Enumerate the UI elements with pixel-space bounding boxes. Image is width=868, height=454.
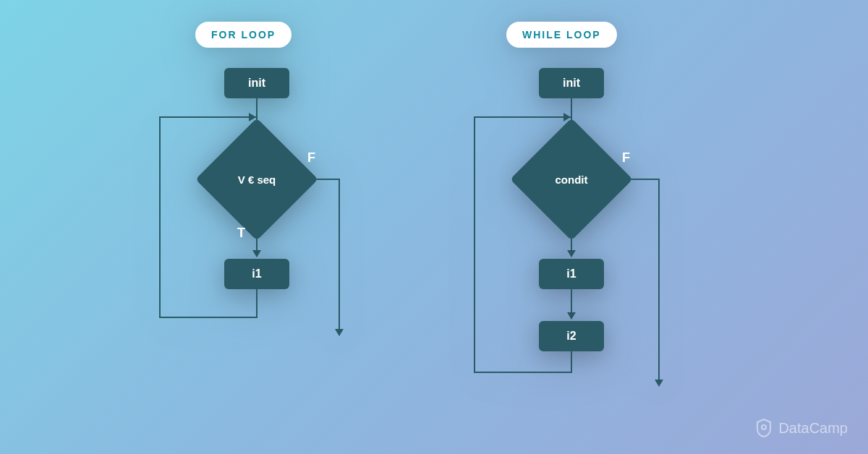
- while-loop-init-node: init: [539, 68, 604, 98]
- true-label: T: [237, 226, 245, 241]
- arrow-segment: [571, 351, 572, 373]
- datacamp-logo: DataCamp: [755, 418, 848, 438]
- while-loop-decision-node: condit: [528, 136, 615, 223]
- false-label: F: [307, 150, 315, 166]
- init-label: init: [248, 77, 265, 90]
- arrow-segment: [571, 223, 572, 252]
- arrow-segment: [474, 116, 475, 373]
- while-loop-body2-node: i2: [539, 321, 604, 351]
- svg-point-0: [762, 425, 766, 429]
- init-label: init: [563, 77, 580, 90]
- arrow-segment: [300, 179, 340, 180]
- arrow-segment: [615, 179, 660, 180]
- for-loop-title: FOR LOOP: [195, 22, 292, 48]
- arrow-segment: [339, 179, 340, 330]
- arrow-segment: [159, 116, 256, 118]
- arrowhead-icon: [567, 250, 576, 257]
- arrow-segment: [256, 289, 258, 318]
- arrow-segment: [571, 289, 572, 314]
- decision-label: condit: [556, 174, 588, 186]
- decision-label: V € seq: [238, 174, 276, 186]
- while-loop-body1-node: i1: [539, 259, 604, 289]
- for-loop-diagram: FOR LOOP init V € seq F T i1: [145, 22, 376, 383]
- body1-label: i1: [566, 267, 576, 280]
- shield-icon: [755, 418, 773, 438]
- arrowhead-icon: [655, 380, 663, 387]
- arrow-segment: [256, 223, 258, 252]
- body-label: i1: [252, 267, 261, 280]
- body2-label: i2: [566, 330, 576, 343]
- for-loop-decision-node: V € seq: [213, 136, 300, 223]
- while-loop-title: WHILE LOOP: [506, 22, 617, 48]
- arrowhead-icon: [335, 329, 344, 336]
- false-label: F: [622, 150, 630, 166]
- arrow-segment: [159, 317, 258, 318]
- for-loop-body-node: i1: [224, 259, 289, 289]
- brand-label: DataCamp: [778, 420, 848, 437]
- arrow-segment: [474, 372, 572, 373]
- for-loop-init-node: init: [224, 68, 289, 98]
- arrow-segment: [658, 179, 660, 381]
- arrowhead-icon: [252, 250, 261, 257]
- while-loop-diagram: WHILE LOOP init condit F i1 i2: [456, 22, 702, 427]
- arrow-segment: [474, 116, 571, 118]
- arrowhead-icon: [567, 312, 576, 320]
- arrow-segment: [159, 116, 161, 318]
